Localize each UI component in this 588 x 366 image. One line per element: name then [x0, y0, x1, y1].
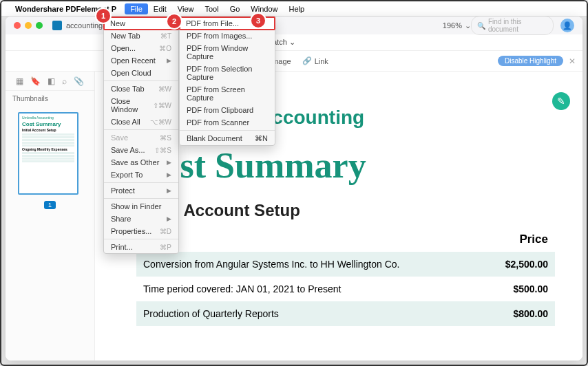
- menubar-edit[interactable]: Edit: [148, 3, 172, 14]
- page-number-badge: 1: [44, 201, 56, 209]
- close-highlight-icon[interactable]: ✕: [569, 56, 576, 66]
- person-icon: 👤: [563, 21, 572, 30]
- thumbnails-icon[interactable]: ▦: [16, 76, 23, 86]
- menu-close-window[interactable]: Close Window⇧⌘W: [104, 95, 178, 116]
- bookmarks-icon[interactable]: 🔖: [30, 76, 41, 86]
- step-badge-1: 1: [96, 9, 110, 23]
- menu-print[interactable]: Print...⌘P: [104, 241, 178, 253]
- minimize-window-button[interactable]: [25, 22, 32, 29]
- submenu-arrow-icon: ▶: [167, 57, 171, 64]
- doc-section-heading: Initial Account Setup: [136, 201, 555, 220]
- new-submenu-dropdown: PDF from File... PDF from Images... PDF …: [179, 17, 275, 146]
- sidebar-panel-title: Thumbnails: [6, 91, 94, 107]
- step-badge-2: 2: [167, 14, 181, 28]
- sidebar-icon-row: ▦ 🔖 ◧ ⌕ 📎: [6, 72, 94, 91]
- eraser-floating-button[interactable]: ✎: [552, 92, 570, 110]
- menu-close-tab[interactable]: Close Tab⌘W: [104, 83, 178, 95]
- col-price: Price: [483, 227, 555, 252]
- chevron-down-icon: ⌄: [289, 38, 295, 46]
- submenu-arrow-icon: ▶: [167, 187, 171, 194]
- search-input[interactable]: 🔍 Find in this document: [471, 17, 554, 35]
- chevron-down-icon: ⌄: [465, 21, 471, 30]
- menu-export-to[interactable]: Export To▶: [104, 169, 178, 181]
- layers-icon[interactable]: ◧: [48, 76, 55, 86]
- menu-share[interactable]: Share▶: [104, 213, 178, 225]
- menu-open[interactable]: Open...⌘O: [104, 42, 178, 54]
- app-window: accounting-sign_O... 196% ⌄ 🔍 Find in th…: [6, 17, 582, 360]
- submenu-pdf-from-clipboard[interactable]: PDF from Clipboard: [180, 104, 275, 116]
- file-menu-dropdown: New▶ New Tab⌘T Open...⌘O Open Recent▶ Op…: [103, 17, 179, 254]
- window-titlebar: accounting-sign_O... 196% ⌄ 🔍 Find in th…: [6, 17, 582, 34]
- submenu-arrow-icon: ▶: [167, 215, 171, 222]
- submenu-pdf-from-scanner[interactable]: PDF from Scanner: [180, 116, 275, 129]
- traffic-lights: [14, 22, 43, 29]
- menu-save-as[interactable]: Save As...⇧⌘S: [104, 144, 178, 156]
- menubar-file[interactable]: File: [125, 3, 148, 14]
- search-panel-icon[interactable]: ⌕: [62, 76, 67, 86]
- submenu-blank-document[interactable]: Blank Document⌘N: [180, 132, 275, 145]
- menubar-view[interactable]: View: [172, 3, 200, 14]
- col-name: Name: [136, 227, 483, 252]
- menubar-help[interactable]: Help: [283, 3, 310, 14]
- menu-save-other[interactable]: Save as Other▶: [104, 156, 178, 169]
- doc-main-title: Cost Summary: [136, 145, 555, 186]
- menu-open-recent[interactable]: Open Recent▶: [104, 54, 178, 67]
- document-icon: [52, 21, 62, 30]
- maximize-window-button[interactable]: [36, 22, 43, 29]
- menubar-tool[interactable]: Tool: [199, 3, 224, 14]
- eraser-icon: ✎: [557, 96, 565, 107]
- menu-close-all[interactable]: Close All⌥⌘W: [104, 116, 178, 128]
- menubar-window[interactable]: Window: [245, 3, 283, 14]
- menu-new-tab[interactable]: New Tab⌘T: [104, 30, 178, 42]
- tool-link[interactable]: 🔗Link: [302, 56, 328, 65]
- menu-save: Save⌘S: [104, 131, 178, 144]
- table-row: Production of Quarterly Reports $800.00: [136, 301, 555, 326]
- close-window-button[interactable]: [14, 22, 21, 29]
- table-row: Conversion from Angular Systems Inc. to …: [136, 252, 555, 277]
- submenu-arrow-icon: ▶: [167, 159, 171, 166]
- submenu-pdf-from-images[interactable]: PDF from Images...: [180, 30, 275, 42]
- menu-show-in-finder[interactable]: Show in Finder: [104, 200, 178, 213]
- menu-open-cloud[interactable]: Open Cloud: [104, 67, 178, 79]
- user-avatar[interactable]: 👤: [560, 19, 574, 32]
- menu-protect[interactable]: Protect▶: [104, 184, 178, 197]
- disable-highlight-button[interactable]: Disable Highlight: [498, 56, 563, 66]
- submenu-pdf-from-window[interactable]: PDF from Window Capture: [180, 42, 275, 63]
- price-table: Name Price Conversion from Angular Syste…: [136, 227, 555, 326]
- submenu-pdf-from-screen[interactable]: PDF from Screen Capture: [180, 83, 275, 104]
- search-icon: 🔍: [477, 22, 485, 30]
- search-placeholder: Find in this document: [488, 18, 547, 33]
- step-badge-3: 3: [251, 14, 265, 28]
- sidebar: ▦ 🔖 ◧ ⌕ 📎 Thumbnails Umbrella Accounting…: [6, 72, 95, 360]
- link-icon: 🔗: [302, 56, 312, 65]
- page-thumbnail[interactable]: Umbrella Accounting Cost Summary Initial…: [18, 112, 78, 195]
- main-toolbar: orm Security Tool Batch ⌄: [6, 34, 582, 51]
- main-area: ▦ 🔖 ◧ ⌕ 📎 Thumbnails Umbrella Accounting…: [6, 72, 582, 360]
- secondary-toolbar: 🖼Image 🔗Link Disable Highlight ✕: [6, 51, 582, 72]
- zoom-value: 196%: [443, 21, 462, 30]
- menu-properties[interactable]: Properties...⌘D: [104, 225, 178, 237]
- system-menubar: Wondershare PDFelement P File Edit View …: [1, 1, 587, 17]
- table-row: Time period covered: JAN 01, 2021 to Pre…: [136, 277, 555, 301]
- submenu-arrow-icon: ▶: [167, 171, 171, 178]
- attachments-icon[interactable]: 📎: [74, 76, 84, 86]
- menubar-go[interactable]: Go: [224, 3, 246, 14]
- zoom-control[interactable]: 196% ⌄: [443, 21, 471, 30]
- submenu-pdf-from-selection[interactable]: PDF from Selection Capture: [180, 63, 275, 83]
